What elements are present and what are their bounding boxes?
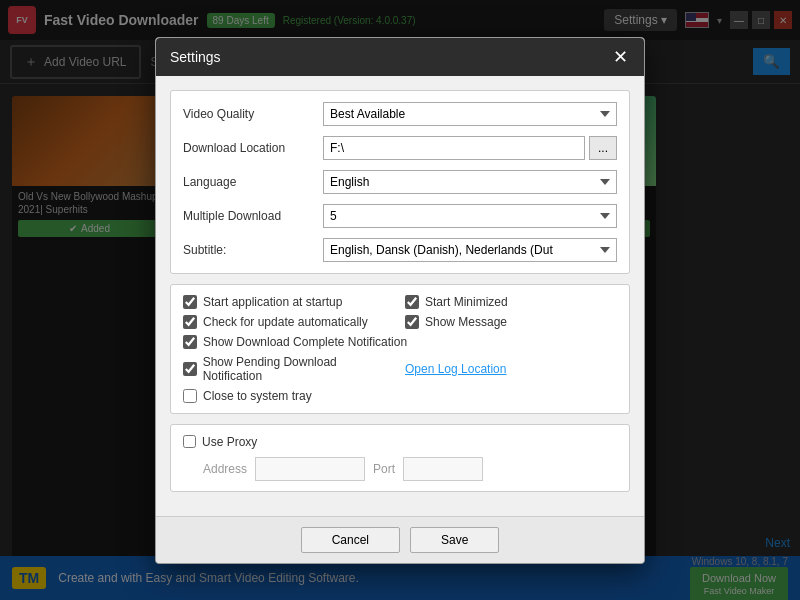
multiple-download-select[interactable]: 123456	[323, 204, 617, 228]
open-log-link[interactable]: Open Log Location	[405, 362, 506, 376]
complete-notify-checkbox[interactable]	[183, 335, 197, 349]
settings-form-section: Video Quality Best Available 1080p 720p …	[170, 90, 630, 274]
dialog-close-button[interactable]: ✕	[611, 48, 630, 66]
language-label: Language	[183, 175, 323, 189]
update-checkbox[interactable]	[183, 315, 197, 329]
pending-notify-label: Show Pending Download Notification	[203, 355, 395, 383]
language-control: English French German	[323, 170, 617, 194]
use-proxy-row: Use Proxy	[183, 435, 617, 449]
video-quality-select[interactable]: Best Available 1080p 720p 480p	[323, 102, 617, 126]
save-button[interactable]: Save	[410, 527, 499, 553]
minimized-checkbox[interactable]	[405, 295, 419, 309]
minimized-label: Start Minimized	[425, 295, 508, 309]
checkbox-row-message: Show Message	[405, 315, 617, 329]
video-quality-control: Best Available 1080p 720p 480p	[323, 102, 617, 126]
video-quality-label: Video Quality	[183, 107, 323, 121]
message-label: Show Message	[425, 315, 507, 329]
download-location-row: Download Location ...	[183, 135, 617, 161]
port-label: Port	[373, 462, 395, 476]
multiple-download-label: Multiple Download	[183, 209, 323, 223]
subtitle-row: Subtitle: English, Dansk (Danish), Neder…	[183, 237, 617, 263]
system-tray-checkbox[interactable]	[183, 389, 197, 403]
dialog-footer: Cancel Save	[156, 516, 644, 563]
pending-notify-checkbox[interactable]	[183, 362, 197, 376]
checkbox-row-update: Check for update automatically	[183, 315, 395, 329]
dialog-body: Video Quality Best Available 1080p 720p …	[156, 76, 644, 516]
dialog-overlay: Settings ✕ Video Quality Best Available …	[0, 0, 800, 600]
subtitle-select[interactable]: English, Dansk (Danish), Nederlands (Dut	[323, 238, 617, 262]
proxy-port-input[interactable]	[403, 457, 483, 481]
use-proxy-checkbox[interactable]	[183, 435, 196, 448]
multiple-download-control: 123456	[323, 204, 617, 228]
proxy-fields: Address Port	[183, 457, 617, 481]
use-proxy-label: Use Proxy	[202, 435, 257, 449]
checkbox-row-minimized: Start Minimized	[405, 295, 617, 309]
cancel-button[interactable]: Cancel	[301, 527, 400, 553]
address-label: Address	[203, 462, 247, 476]
dialog-title-bar: Settings ✕	[156, 38, 644, 76]
download-location-input[interactable]	[323, 136, 585, 160]
subtitle-control: English, Dansk (Danish), Nederlands (Dut	[323, 238, 617, 262]
video-quality-row: Video Quality Best Available 1080p 720p …	[183, 101, 617, 127]
subtitle-label: Subtitle:	[183, 243, 323, 257]
download-location-label: Download Location	[183, 141, 323, 155]
checkboxes-section: Start application at startup Start Minim…	[170, 284, 630, 414]
language-row: Language English French German	[183, 169, 617, 195]
checkbox-row-complete: Show Download Complete Notification	[183, 335, 617, 349]
message-checkbox[interactable]	[405, 315, 419, 329]
settings-dialog: Settings ✕ Video Quality Best Available …	[155, 37, 645, 564]
browse-button[interactable]: ...	[589, 136, 617, 160]
update-label: Check for update automatically	[203, 315, 368, 329]
language-select[interactable]: English French German	[323, 170, 617, 194]
proxy-section: Use Proxy Address Port	[170, 424, 630, 492]
startup-label: Start application at startup	[203, 295, 342, 309]
dialog-title: Settings	[170, 49, 221, 65]
multiple-download-row: Multiple Download 123456	[183, 203, 617, 229]
checkbox-row-tray: Close to system tray	[183, 389, 617, 403]
system-tray-label: Close to system tray	[203, 389, 312, 403]
startup-checkbox[interactable]	[183, 295, 197, 309]
checkbox-row-pending: Show Pending Download Notification	[183, 355, 395, 383]
checkbox-row-startup: Start application at startup	[183, 295, 395, 309]
download-location-control: ...	[323, 136, 617, 160]
proxy-address-input[interactable]	[255, 457, 365, 481]
checkbox-row-log: Open Log Location	[405, 355, 617, 383]
complete-notify-label: Show Download Complete Notification	[203, 335, 407, 349]
